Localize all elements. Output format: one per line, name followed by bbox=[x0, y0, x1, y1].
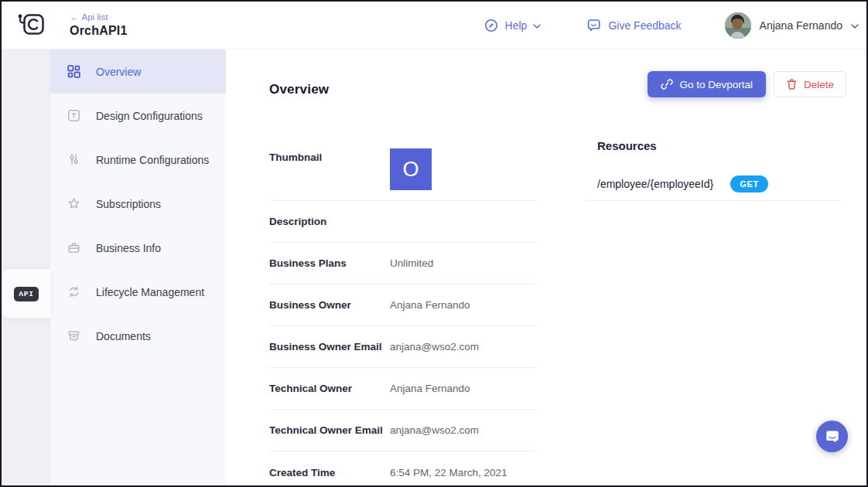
delete-button-label: Delete bbox=[804, 79, 834, 90]
choreo-logo-icon bbox=[15, 9, 46, 39]
sidebar-item-design-configurations[interactable]: Design Configurations bbox=[50, 94, 226, 138]
briefcase-icon bbox=[67, 241, 80, 254]
sidebar-item-label: Design Configurations bbox=[96, 110, 203, 122]
sidebar-item-lifecycle-management[interactable]: Lifecycle Management bbox=[50, 270, 226, 314]
sidebar-nav: Overview Design Configurations Runtime C… bbox=[50, 49, 226, 485]
grid-icon bbox=[67, 65, 80, 78]
detail-label: Created Time bbox=[269, 467, 390, 478]
detail-row-technical-owner-email: Technical Owner Email anjana@wso2.com bbox=[269, 410, 536, 451]
sidebar-item-documents[interactable]: Documents bbox=[50, 314, 226, 358]
delete-button[interactable]: Delete bbox=[774, 71, 846, 97]
detail-value: Unlimited bbox=[390, 257, 433, 269]
chat-launcher-button[interactable] bbox=[816, 421, 848, 452]
back-to-api-list-link[interactable]: ←Api list bbox=[70, 12, 128, 22]
give-feedback-button[interactable]: Give Feedback bbox=[586, 17, 681, 33]
sidebar-item-runtime-configurations[interactable]: Runtime Configurations bbox=[50, 138, 226, 182]
detail-value: Anjana Fernando bbox=[390, 299, 470, 311]
detail-row-created-time: Created Time 6:54 PM, 22 March, 2021 bbox=[269, 451, 536, 487]
left-rail: API bbox=[2, 49, 50, 485]
detail-row-description: Description bbox=[269, 201, 536, 243]
choreo-app-window: ←Api list OrchAPI1 Help Give Feedback bbox=[0, 0, 868, 487]
feedback-label: Give Feedback bbox=[608, 19, 681, 32]
detail-label: Thumbnail bbox=[269, 142, 390, 200]
chevron-down-icon bbox=[851, 24, 859, 29]
sidebar-item-overview[interactable]: Overview bbox=[50, 49, 226, 94]
detail-label: Technical Owner Email bbox=[269, 424, 390, 436]
detail-row-technical-owner: Technical Owner Anjana Fernando bbox=[269, 368, 536, 410]
chat-bubble-icon bbox=[824, 428, 841, 445]
thumbnail-row: Thumbnail O bbox=[269, 142, 536, 201]
archive-icon bbox=[67, 329, 80, 342]
api-badge: API bbox=[14, 287, 39, 301]
detail-row-business-owner: Business Owner Anjana Fernando bbox=[269, 284, 536, 326]
choreo-logo[interactable] bbox=[2, 9, 56, 43]
sidebar-item-label: Subscriptions bbox=[96, 198, 161, 210]
detail-value: Anjana Fernando bbox=[390, 383, 470, 394]
api-title: OrchAPI1 bbox=[70, 24, 128, 38]
help-icon bbox=[484, 18, 499, 33]
sidebar-item-label: Overview bbox=[96, 66, 141, 78]
refresh-icon bbox=[67, 285, 80, 298]
detail-value: anjana@wso2.com bbox=[390, 341, 479, 352]
sidebar-item-label: Runtime Configurations bbox=[96, 154, 209, 166]
user-menu[interactable]: Anjana Fernando bbox=[725, 12, 859, 39]
sidebar-item-business-info[interactable]: Business Info bbox=[50, 226, 226, 270]
chevron-down-icon bbox=[533, 24, 541, 29]
api-context-tab[interactable]: API bbox=[2, 269, 51, 318]
help-menu[interactable]: Help bbox=[484, 18, 542, 33]
sidebar-item-label: Business Info bbox=[96, 242, 161, 254]
page-actions: Go to Devportal Delete bbox=[648, 71, 846, 97]
api-details-table: Thumbnail O Description Business Plans U… bbox=[269, 142, 536, 487]
page-header-titles: ←Api list OrchAPI1 bbox=[70, 12, 128, 38]
resources-heading: Resources bbox=[597, 139, 841, 152]
detail-label: Technical Owner bbox=[269, 383, 390, 394]
page-title: Overview bbox=[269, 82, 329, 97]
http-method-badge: GET bbox=[730, 175, 768, 192]
link-icon bbox=[661, 78, 673, 90]
detail-value: anjana@wso2.com bbox=[390, 424, 479, 436]
main-content: Overview Go to Devportal Delete Thumbnai… bbox=[226, 49, 866, 485]
sidebar-item-subscriptions[interactable]: Subscriptions bbox=[50, 182, 226, 226]
feedback-bubble-icon bbox=[586, 17, 602, 33]
back-link-label: Api list bbox=[82, 12, 108, 22]
detail-row-business-plans: Business Plans Unlimited bbox=[269, 243, 536, 284]
go-to-devportal-button[interactable]: Go to Devportal bbox=[648, 71, 766, 97]
detail-value: 6:54 PM, 22 March, 2021 bbox=[390, 467, 507, 478]
typography-icon bbox=[67, 109, 80, 122]
back-arrow-icon: ← bbox=[70, 12, 79, 22]
detail-label: Description bbox=[269, 216, 390, 227]
user-name: Anjana Fernando bbox=[760, 19, 842, 32]
trash-icon bbox=[786, 78, 798, 90]
help-label: Help bbox=[505, 19, 528, 32]
resource-path: /employee/{employeeId} bbox=[597, 178, 713, 190]
sidebar-item-label: Lifecycle Management bbox=[96, 286, 204, 298]
detail-row-business-owner-email: Business Owner Email anjana@wso2.com bbox=[269, 326, 536, 368]
user-avatar bbox=[725, 12, 751, 39]
star-icon bbox=[67, 197, 80, 210]
sliders-icon bbox=[67, 153, 80, 166]
sidebar-item-label: Documents bbox=[96, 330, 151, 342]
api-thumbnail: O bbox=[390, 148, 432, 190]
devportal-button-label: Go to Devportal bbox=[679, 79, 753, 90]
detail-label: Business Owner Email bbox=[269, 341, 390, 352]
resource-row[interactable]: /employee/{employeeId} GET bbox=[586, 175, 841, 201]
detail-label: Business Owner bbox=[269, 299, 390, 311]
resources-section: Resources /employee/{employeeId} GET bbox=[586, 139, 841, 201]
top-bar: ←Api list OrchAPI1 Help Give Feedback bbox=[2, 2, 866, 49]
detail-label: Business Plans bbox=[269, 257, 390, 269]
